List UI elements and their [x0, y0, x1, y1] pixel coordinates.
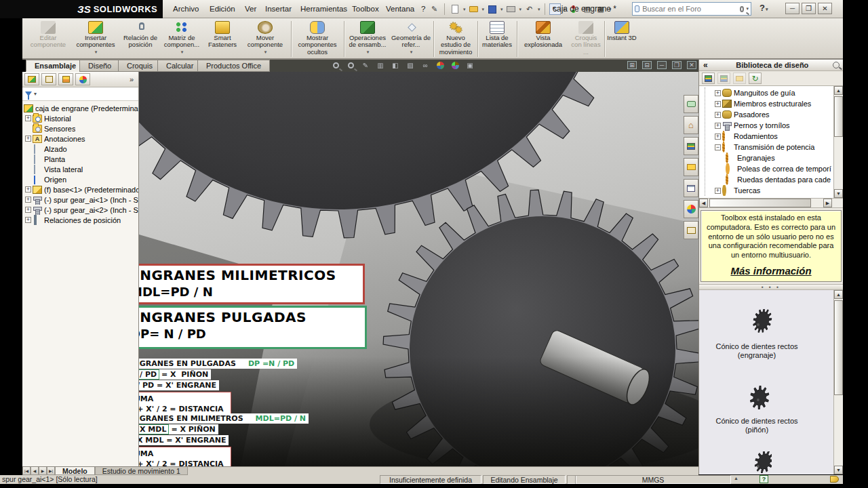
first-tab-button[interactable]: |◀: [22, 467, 31, 475]
scroll-thumb[interactable]: [834, 300, 843, 395]
featuremanager-tab[interactable]: [24, 73, 39, 85]
menu-toolbox[interactable]: Toolbox: [346, 0, 385, 18]
scroll-down-button[interactable]: ▼: [834, 189, 843, 198]
help-icon[interactable]: ?▾: [760, 3, 768, 13]
file-explorer-icon[interactable]: [684, 158, 698, 176]
custom-properties-icon[interactable]: [684, 221, 698, 239]
scroll-left-button[interactable]: ◀: [699, 199, 708, 207]
open-button[interactable]: [468, 3, 479, 15]
search-input[interactable]: [642, 5, 738, 13]
forum-search[interactable]: ▾: [632, 2, 751, 16]
doc-close-button[interactable]: ✕: [687, 61, 696, 69]
lib-item-tuercas[interactable]: + Tuercas: [705, 185, 833, 196]
lib-item-pernos[interactable]: + Pernos y tornílos: [705, 120, 833, 131]
doc-tile-icon[interactable]: ⊞: [627, 61, 637, 69]
menu-edicion[interactable]: Edición: [203, 0, 241, 18]
library-item-inglete[interactable]: Engranaje a inglete recto: [703, 451, 811, 475]
menu-archivo[interactable]: Archivo: [167, 0, 205, 18]
appearances-icon[interactable]: [684, 200, 698, 218]
lib-item-miembros[interactable]: + Miembros estructurales: [705, 98, 833, 109]
menu-insertar[interactable]: Insertar: [259, 0, 298, 18]
units-dropdown-arrow[interactable]: ▲: [734, 476, 738, 481]
move-component-button[interactable]: Mover componente▾: [242, 20, 288, 58]
edit-component-button[interactable]: Editar componente: [26, 20, 71, 58]
search-icon[interactable]: [740, 6, 744, 12]
expand-icon[interactable]: +: [25, 115, 31, 121]
prev-tab-button[interactable]: ◀: [31, 467, 39, 475]
realview-icon[interactable]: [435, 60, 446, 70]
pencil-icon[interactable]: ✎: [429, 3, 440, 15]
tab-croquis[interactable]: Croquis: [118, 60, 161, 72]
scroll-up-button[interactable]: ▲: [834, 86, 843, 95]
smart-fasteners-button[interactable]: Smart Fasteners: [204, 20, 241, 58]
explode-line-sketch-button[interactable]: Croquis con líneas ...: [569, 20, 603, 58]
more-tabs-chevron[interactable]: »: [130, 75, 136, 83]
tab-modelo[interactable]: Modelo: [55, 467, 95, 475]
tree-item-planta[interactable]: Planta: [24, 154, 138, 164]
scroll-down-button[interactable]: ▼: [834, 466, 843, 474]
hide-show-items-icon[interactable]: ∞: [420, 60, 431, 70]
zoom-area-icon[interactable]: [345, 60, 356, 70]
tab-calcular[interactable]: Calcular: [157, 60, 202, 72]
lib-item-engranajes[interactable]: Engranajes: [705, 152, 833, 163]
doc-split-icon[interactable]: ⊟: [642, 61, 652, 69]
zoom-fit-icon[interactable]: [330, 60, 341, 70]
tag-icon[interactable]: [830, 476, 839, 483]
lib-item-manguitos[interactable]: + Manguitos de guía: [705, 87, 833, 98]
tree-item-anotaciones[interactable]: + A Anotaciones: [24, 134, 138, 144]
doc-restore-button[interactable]: ❐: [672, 61, 682, 69]
lib-item-rodamientos[interactable]: + Rodamientos: [705, 131, 833, 142]
refresh-button[interactable]: ↻: [749, 73, 762, 84]
tab-diseno[interactable]: Diseño: [79, 60, 120, 72]
doc-minimize-button[interactable]: ─: [657, 61, 667, 69]
bill-of-materials-button[interactable]: Lista de materiales: [479, 20, 515, 58]
propertymanager-tab[interactable]: [41, 73, 56, 85]
display-style-icon[interactable]: ◧: [390, 60, 401, 70]
restore-button[interactable]: ❐: [802, 3, 816, 14]
minimize-button[interactable]: ─: [785, 3, 800, 14]
last-tab-button[interactable]: ▶|: [47, 467, 55, 475]
tree-root-assembly[interactable]: caja de engrane (Predeterminado<: [24, 103, 138, 113]
expand-icon[interactable]: +: [25, 197, 31, 203]
lib-item-pasadores[interactable]: + Pasadores: [705, 109, 833, 120]
library-item-conico-pinon[interactable]: Cónico de dientes rectos (piñón): [703, 385, 811, 434]
scroll-thumb[interactable]: [834, 96, 843, 137]
create-folder-button[interactable]: [733, 73, 746, 84]
add-file-location-button[interactable]: [717, 73, 730, 84]
close-button[interactable]: ✕: [818, 3, 832, 14]
configurationmanager-tab[interactable]: [58, 73, 73, 85]
section-view-icon[interactable]: ✎: [360, 60, 371, 70]
lib-item-ruedas[interactable]: Ruedas dentadas para cade: [705, 174, 833, 185]
add-to-library-button[interactable]: [702, 73, 715, 84]
new-document-button[interactable]: [449, 3, 460, 15]
collapse-pane-chevron[interactable]: «: [699, 60, 712, 70]
component-pattern-button[interactable]: Matriz de componen...▾: [161, 20, 203, 58]
view-orientation-icon[interactable]: ▥: [375, 60, 386, 70]
pin-icon[interactable]: [833, 62, 840, 68]
exploded-view-button[interactable]: Vista explosionada: [519, 20, 568, 58]
filter-funnel-icon[interactable]: [25, 92, 32, 96]
tree-vertical-scrollbar[interactable]: ▲ ▼: [833, 86, 843, 198]
expand-icon[interactable]: +: [25, 186, 31, 192]
reference-geometry-button[interactable]: Geometría de refer...▾: [391, 20, 431, 58]
show-hidden-components-button[interactable]: Mostrar componentes ocultos: [293, 20, 342, 58]
status-units[interactable]: MMGS: [575, 475, 731, 484]
tree-item-origen[interactable]: Origen: [24, 174, 138, 184]
tab-estudio-movimiento[interactable]: Estudio de movimiento 1: [95, 467, 188, 475]
tree-item-vista-lateral[interactable]: Vista lateral: [24, 164, 138, 174]
home-resources-icon[interactable]: ⌂: [684, 116, 698, 134]
tree-item-alzado[interactable]: Alzado: [24, 144, 138, 154]
expand-icon[interactable]: +: [25, 136, 31, 142]
insert-components-button[interactable]: Insertar componentes▾: [71, 20, 120, 58]
dimxpert-tab[interactable]: [75, 73, 90, 85]
tree-item-sensores[interactable]: Sensores: [24, 123, 138, 134]
save-button[interactable]: [486, 3, 498, 15]
shaded-cube-icon[interactable]: ▧: [405, 60, 416, 70]
items-vertical-scrollbar[interactable]: ▲ ▼: [833, 290, 843, 475]
tree-item-spur-gear-2[interactable]: + (-) spur gear_ai<2> (Inch - Spu: [24, 205, 138, 215]
new-motion-study-button[interactable]: Nuevo estudio de movimiento: [435, 20, 476, 58]
expand-icon[interactable]: +: [25, 217, 31, 223]
scroll-thumb[interactable]: [709, 199, 811, 207]
instant3d-button[interactable]: Instant 3D: [606, 20, 637, 58]
tree-item-base[interactable]: + (f) base<1> (Predeterminado<: [24, 184, 138, 195]
